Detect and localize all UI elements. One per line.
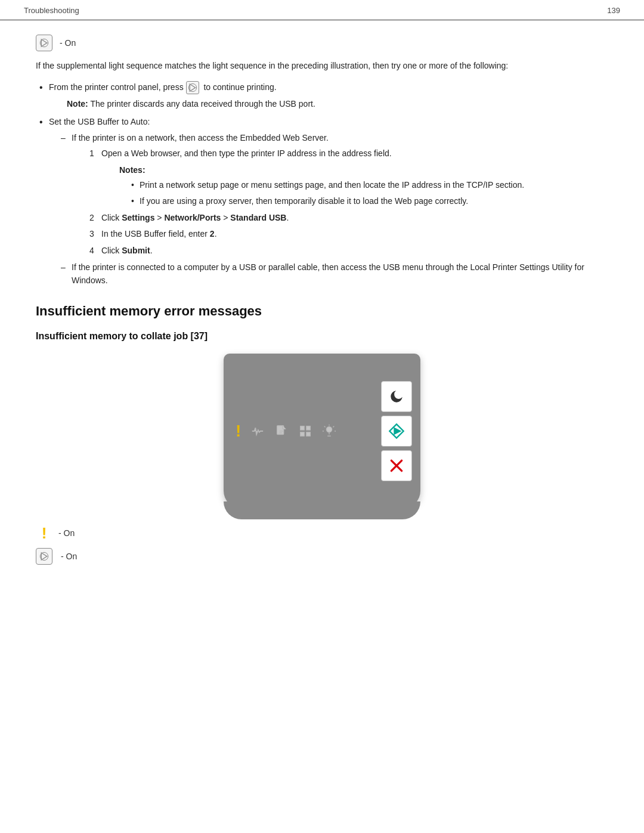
panel-grid-icon xyxy=(298,424,312,438)
step-4: 4 Click Submit. xyxy=(89,244,608,258)
body-paragraph: If the supplemental light sequence match… xyxy=(36,60,608,73)
page-header: Troubleshooting 139 xyxy=(0,0,644,20)
svg-line-15 xyxy=(333,426,335,428)
note-block-1: Note: The printer discards any data rece… xyxy=(67,98,608,111)
top-icon-label-row: - On xyxy=(36,35,608,51)
main-bullet-list: From the printer control panel, press to… xyxy=(36,81,608,287)
bottom-exclaim-label: - On xyxy=(58,528,75,538)
bottom-start-label: - On xyxy=(61,552,77,561)
printer-panel: ! xyxy=(224,354,420,509)
step-1: 1 Open a Web browser, and then type the … xyxy=(89,147,608,208)
step2-text: Click Settings > Network/Ports > Standar… xyxy=(101,213,289,222)
bullet-item-2: Set the USB Buffer to Auto: If the print… xyxy=(36,116,608,287)
panel-start-button xyxy=(381,416,412,447)
top-icon-label-text: - On xyxy=(60,38,76,48)
panel-icons-row: ! xyxy=(236,423,336,439)
bottom-exclaim-icon: ! xyxy=(36,525,52,541)
bottom-start-icon xyxy=(36,548,52,565)
step4-text: Click Submit. xyxy=(101,246,153,255)
svg-marker-0 xyxy=(41,39,47,47)
notes-sub-list: Print a network setup page or menu setti… xyxy=(119,179,608,208)
panel-exclaim-icon: ! xyxy=(236,423,241,439)
bullet2-text: Set the USB Buffer to Auto: xyxy=(49,117,150,126)
sub-section-heading: Insufficient memory to collate job [37] xyxy=(36,331,608,342)
step1-text: Open a Web browser, and then type the pr… xyxy=(101,148,392,158)
dash-list: If the printer is on a network, then acc… xyxy=(49,132,608,287)
step-num-2: 2 xyxy=(89,212,94,225)
step-3: 3 In the USB Buffer field, enter 2. xyxy=(89,228,608,241)
svg-rect-10 xyxy=(306,432,310,436)
svg-marker-2 xyxy=(190,84,195,91)
svg-marker-20 xyxy=(395,429,400,434)
panel-document-icon xyxy=(274,424,289,438)
step-2: 2 Click Settings > Network/Ports > Stand… xyxy=(89,212,608,225)
svg-marker-23 xyxy=(41,553,47,560)
note-text-1: The printer discards any data received t… xyxy=(90,99,315,109)
dash-item-1: If the printer is on a network, then acc… xyxy=(61,132,608,258)
header-page-number: 139 xyxy=(607,6,620,15)
bullet1-text-before: From the printer control panel, press xyxy=(49,82,186,92)
dash2-text: If the printer is connected to a compute… xyxy=(72,262,584,285)
panel-moon-button xyxy=(381,381,412,412)
panel-buttons-col xyxy=(381,381,412,481)
panel-stop-button xyxy=(381,450,412,481)
dash1-text: If the printer is on a network, then acc… xyxy=(72,133,329,143)
svg-point-11 xyxy=(327,427,332,432)
step-num-1: 1 xyxy=(89,147,94,160)
numbered-list: 1 Open a Web browser, and then type the … xyxy=(72,147,608,258)
step3-text: In the USB Buffer field, enter 2. xyxy=(101,229,217,239)
bullet1-text-after: to continue printing. xyxy=(203,82,276,92)
panel-pulse-icon xyxy=(250,424,265,438)
notes-block: Notes: Print a network setup page or men… xyxy=(119,164,608,208)
svg-rect-7 xyxy=(301,426,304,430)
start-icon-inline xyxy=(186,81,199,94)
start-icon-top xyxy=(36,35,52,51)
main-section-heading: Insufficient memory error messages xyxy=(36,304,608,319)
bottom-exclaim-row: ! - On xyxy=(36,525,608,541)
svg-rect-8 xyxy=(306,426,310,430)
notes-sub-item-1: Print a network setup page or menu setti… xyxy=(129,179,608,192)
main-content: - On If the supplemental light sequence … xyxy=(0,35,644,594)
step-num-4: 4 xyxy=(89,244,94,258)
svg-line-16 xyxy=(324,426,326,428)
dash-item-2: If the printer is connected to a compute… xyxy=(61,261,608,287)
step-num-3: 3 xyxy=(89,228,94,241)
header-title: Troubleshooting xyxy=(24,6,79,15)
bullet-item-1: From the printer control panel, press to… xyxy=(36,81,608,111)
panel-lightbulb-icon xyxy=(322,424,336,438)
svg-rect-9 xyxy=(301,432,304,436)
note-label-1: Note: xyxy=(67,99,88,109)
notes-label: Notes: xyxy=(119,165,145,175)
notes-sub-item-2: If you are using a proxy server, then te… xyxy=(129,195,608,208)
printer-panel-wrapper: ! xyxy=(36,354,608,509)
bottom-start-row: - On xyxy=(36,548,608,565)
